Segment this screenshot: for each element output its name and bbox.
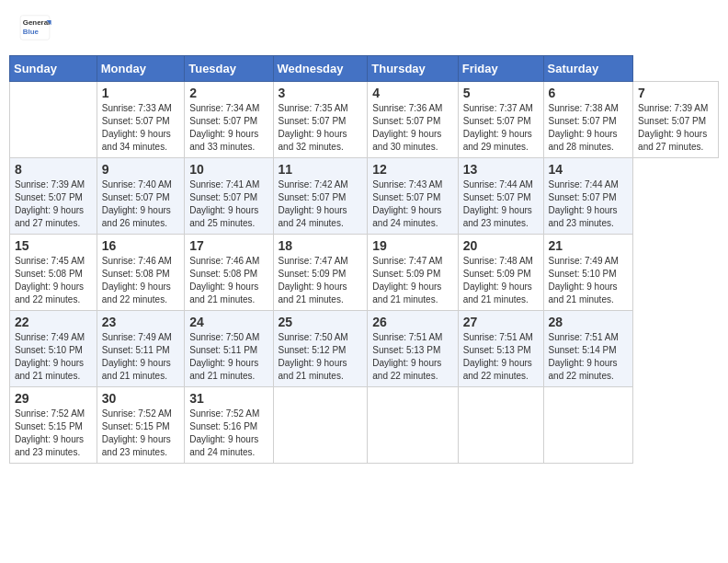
- weekday-header-cell: Friday: [458, 56, 543, 82]
- day-cell: 28Sunrise: 7:51 AMSunset: 5:14 PMDayligh…: [543, 311, 633, 387]
- day-cell: 11Sunrise: 7:42 AMSunset: 5:07 PMDayligh…: [273, 158, 368, 235]
- day-number: 11: [279, 162, 363, 177]
- day-cell: [543, 387, 633, 464]
- day-number: 26: [372, 315, 452, 329]
- logo-icon: General Blue: [18, 14, 51, 41]
- day-cell: 20Sunrise: 7:48 AMSunset: 5:09 PMDayligh…: [458, 235, 543, 311]
- day-number: 19: [372, 238, 452, 253]
- day-cell: 2Sunrise: 7:34 AMSunset: 5:07 PMDaylight…: [185, 82, 273, 158]
- day-number: 17: [189, 238, 267, 253]
- day-number: 9: [102, 162, 179, 177]
- day-number: 25: [279, 315, 363, 329]
- day-cell: 6Sunrise: 7:38 AMSunset: 5:07 PMDaylight…: [543, 82, 633, 158]
- day-info: Sunrise: 7:45 AMSunset: 5:08 PMDaylight:…: [15, 255, 92, 306]
- day-cell: 21Sunrise: 7:49 AMSunset: 5:10 PMDayligh…: [543, 235, 633, 311]
- day-cell: 29Sunrise: 7:52 AMSunset: 5:15 PMDayligh…: [10, 387, 97, 464]
- day-info: Sunrise: 7:38 AMSunset: 5:07 PMDaylight:…: [549, 102, 629, 154]
- day-number: 23: [102, 315, 179, 329]
- calendar-week-row: 1Sunrise: 7:33 AMSunset: 5:07 PMDaylight…: [10, 82, 719, 158]
- day-number: 10: [189, 162, 267, 177]
- day-cell: 1Sunrise: 7:33 AMSunset: 5:07 PMDaylight…: [97, 82, 184, 158]
- day-number: 13: [463, 162, 539, 177]
- day-info: Sunrise: 7:51 AMSunset: 5:14 PMDaylight:…: [549, 331, 629, 383]
- day-cell: [458, 387, 543, 464]
- day-number: 24: [189, 315, 267, 329]
- calendar-week-row: 15Sunrise: 7:45 AMSunset: 5:08 PMDayligh…: [10, 235, 719, 311]
- day-cell: 8Sunrise: 7:39 AMSunset: 5:07 PMDaylight…: [10, 158, 97, 235]
- day-info: Sunrise: 7:50 AMSunset: 5:11 PMDaylight:…: [189, 331, 267, 383]
- day-info: Sunrise: 7:51 AMSunset: 5:13 PMDaylight:…: [372, 331, 452, 383]
- day-number: 5: [463, 86, 539, 100]
- day-cell: [368, 387, 458, 464]
- day-cell: 4Sunrise: 7:36 AMSunset: 5:07 PMDaylight…: [368, 82, 458, 158]
- day-number: 20: [463, 238, 539, 253]
- day-info: Sunrise: 7:47 AMSunset: 5:09 PMDaylight:…: [372, 255, 452, 306]
- day-info: Sunrise: 7:36 AMSunset: 5:07 PMDaylight:…: [372, 102, 452, 154]
- day-cell: 12Sunrise: 7:43 AMSunset: 5:07 PMDayligh…: [368, 158, 458, 235]
- day-cell: 5Sunrise: 7:37 AMSunset: 5:07 PMDaylight…: [458, 82, 543, 158]
- day-info: Sunrise: 7:47 AMSunset: 5:09 PMDaylight:…: [279, 255, 363, 306]
- weekday-header-row: SundayMondayTuesdayWednesdayThursdayFrid…: [10, 56, 719, 82]
- day-cell: 26Sunrise: 7:51 AMSunset: 5:13 PMDayligh…: [368, 311, 458, 387]
- day-info: Sunrise: 7:34 AMSunset: 5:07 PMDaylight:…: [189, 102, 267, 154]
- day-info: Sunrise: 7:46 AMSunset: 5:08 PMDaylight:…: [189, 255, 267, 306]
- day-number: 27: [463, 315, 539, 329]
- day-number: 31: [189, 391, 267, 406]
- day-number: 16: [102, 238, 179, 253]
- calendar-table: SundayMondayTuesdayWednesdayThursdayFrid…: [9, 55, 719, 464]
- day-cell: 10Sunrise: 7:41 AMSunset: 5:07 PMDayligh…: [185, 158, 273, 235]
- day-cell: 17Sunrise: 7:46 AMSunset: 5:08 PMDayligh…: [185, 235, 273, 311]
- day-cell: 14Sunrise: 7:44 AMSunset: 5:07 PMDayligh…: [543, 158, 633, 235]
- day-cell: 3Sunrise: 7:35 AMSunset: 5:07 PMDaylight…: [273, 82, 368, 158]
- day-number: 6: [549, 86, 629, 100]
- day-info: Sunrise: 7:49 AMSunset: 5:11 PMDaylight:…: [102, 331, 179, 383]
- empty-day-cell: [10, 82, 97, 158]
- day-cell: 24Sunrise: 7:50 AMSunset: 5:11 PMDayligh…: [185, 311, 273, 387]
- day-info: Sunrise: 7:39 AMSunset: 5:07 PMDaylight:…: [15, 178, 92, 230]
- day-cell: 27Sunrise: 7:51 AMSunset: 5:13 PMDayligh…: [458, 311, 543, 387]
- day-info: Sunrise: 7:52 AMSunset: 5:15 PMDaylight:…: [102, 408, 179, 459]
- day-info: Sunrise: 7:46 AMSunset: 5:08 PMDaylight:…: [102, 255, 179, 306]
- day-number: 4: [372, 86, 452, 100]
- day-number: 1: [102, 86, 179, 100]
- day-info: Sunrise: 7:49 AMSunset: 5:10 PMDaylight:…: [549, 255, 629, 306]
- weekday-header-cell: Wednesday: [273, 56, 368, 82]
- weekday-header-cell: Monday: [97, 56, 184, 82]
- day-info: Sunrise: 7:51 AMSunset: 5:13 PMDaylight:…: [463, 331, 539, 383]
- day-cell: 30Sunrise: 7:52 AMSunset: 5:15 PMDayligh…: [97, 387, 184, 464]
- weekday-header-cell: Thursday: [368, 56, 458, 82]
- day-info: Sunrise: 7:43 AMSunset: 5:07 PMDaylight:…: [372, 178, 452, 230]
- day-number: 30: [102, 391, 179, 406]
- svg-text:General: General: [23, 18, 51, 27]
- day-cell: 7Sunrise: 7:39 AMSunset: 5:07 PMDaylight…: [633, 82, 719, 158]
- day-number: 21: [549, 238, 629, 253]
- day-info: Sunrise: 7:35 AMSunset: 5:07 PMDaylight:…: [279, 102, 363, 154]
- day-info: Sunrise: 7:40 AMSunset: 5:07 PMDaylight:…: [102, 178, 179, 230]
- calendar-body: 1Sunrise: 7:33 AMSunset: 5:07 PMDaylight…: [10, 82, 719, 464]
- day-number: 7: [638, 86, 713, 100]
- day-info: Sunrise: 7:48 AMSunset: 5:09 PMDaylight:…: [463, 255, 539, 306]
- page-header: General Blue: [9, 9, 719, 46]
- day-info: Sunrise: 7:41 AMSunset: 5:07 PMDaylight:…: [189, 178, 267, 230]
- calendar-week-row: 8Sunrise: 7:39 AMSunset: 5:07 PMDaylight…: [10, 158, 719, 235]
- day-info: Sunrise: 7:44 AMSunset: 5:07 PMDaylight:…: [549, 178, 629, 230]
- svg-text:Blue: Blue: [23, 28, 40, 36]
- day-number: 29: [15, 391, 92, 406]
- day-cell: [273, 387, 368, 464]
- day-info: Sunrise: 7:49 AMSunset: 5:10 PMDaylight:…: [15, 331, 92, 383]
- logo: General Blue: [18, 14, 51, 41]
- day-number: 2: [189, 86, 267, 100]
- day-number: 14: [549, 162, 629, 177]
- day-number: 28: [549, 315, 629, 329]
- calendar-week-row: 22Sunrise: 7:49 AMSunset: 5:10 PMDayligh…: [10, 311, 719, 387]
- day-number: 8: [15, 162, 92, 177]
- day-info: Sunrise: 7:52 AMSunset: 5:16 PMDaylight:…: [189, 408, 267, 459]
- day-info: Sunrise: 7:44 AMSunset: 5:07 PMDaylight:…: [463, 178, 539, 230]
- day-cell: 23Sunrise: 7:49 AMSunset: 5:11 PMDayligh…: [97, 311, 184, 387]
- weekday-header-cell: Sunday: [10, 56, 97, 82]
- day-cell: 25Sunrise: 7:50 AMSunset: 5:12 PMDayligh…: [273, 311, 368, 387]
- day-number: 15: [15, 238, 92, 253]
- day-info: Sunrise: 7:39 AMSunset: 5:07 PMDaylight:…: [638, 102, 713, 154]
- day-info: Sunrise: 7:33 AMSunset: 5:07 PMDaylight:…: [102, 102, 179, 154]
- calendar-week-row: 29Sunrise: 7:52 AMSunset: 5:15 PMDayligh…: [10, 387, 719, 464]
